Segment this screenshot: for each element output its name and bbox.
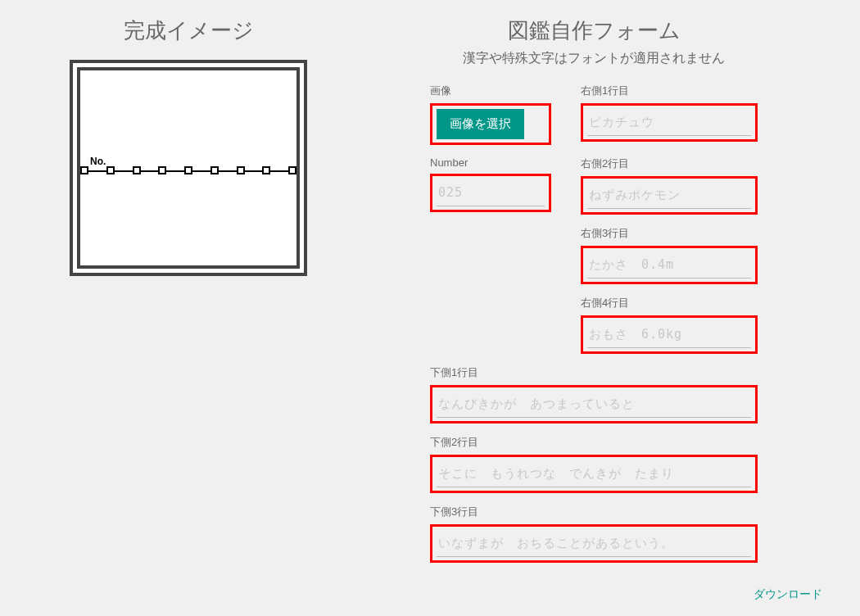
divider-square-icon (262, 166, 270, 174)
number-label: Number (430, 156, 551, 169)
divider-square-icon (288, 166, 296, 174)
right4-group: 右側4行目 (581, 296, 758, 354)
divider-square-icon (158, 166, 166, 174)
right2-input[interactable] (587, 182, 751, 209)
right2-group: 右側2行目 (581, 156, 758, 215)
divider-square-icon (133, 166, 141, 174)
form-area: 画像 画像を選択 右側1行目 Number 右側2行目 (430, 84, 758, 574)
bottom1-label: 下側1行目 (430, 365, 758, 380)
preview-square-row (80, 166, 296, 174)
right2-label: 右側2行目 (581, 156, 758, 171)
bottom3-group: 下側3行目 (430, 505, 758, 563)
highlight-wrap (581, 103, 758, 142)
right4-label: 右側4行目 (581, 296, 758, 310)
highlight-wrap (581, 176, 758, 215)
form-subtitle: 漢字や特殊文字はフォントが適用されません (463, 50, 725, 67)
download-link[interactable]: ダウンロード (754, 587, 822, 602)
divider-square-icon (184, 166, 192, 174)
right1-input[interactable] (587, 109, 751, 136)
highlight-wrap (581, 315, 758, 354)
highlight-wrap (581, 246, 758, 284)
right3-input[interactable] (587, 251, 751, 279)
number-group: Number (430, 156, 551, 215)
preview-inner-frame: No. (77, 67, 300, 269)
bottom2-label: 下側2行目 (430, 435, 758, 450)
image-label: 画像 (430, 84, 551, 98)
select-image-button[interactable]: 画像を選択 (437, 109, 524, 139)
divider-square-icon (80, 166, 88, 174)
preview-title: 完成イメージ (124, 16, 254, 45)
divider-square-icon (106, 166, 115, 174)
divider-square-icon (210, 166, 219, 174)
right3-label: 右側3行目 (581, 226, 758, 241)
right1-label: 右側1行目 (581, 84, 758, 98)
bottom3-label: 下側3行目 (430, 505, 758, 519)
bottom1-input[interactable] (437, 391, 751, 418)
highlight-wrap (430, 524, 758, 563)
preview-no-label: No. (90, 156, 106, 167)
preview-outer-frame: No. (70, 60, 307, 276)
bottom2-group: 下側2行目 (430, 435, 758, 493)
right3-group: 右側3行目 (581, 226, 758, 284)
highlight-wrap: 画像を選択 (430, 103, 551, 145)
preview-column: 完成イメージ No. (25, 16, 352, 600)
highlight-wrap (430, 455, 758, 493)
right1-group: 右側1行目 (581, 84, 758, 145)
form-column: 図鑑自作フォーム 漢字や特殊文字はフォントが適用されません 画像 画像を選択 右… (352, 16, 835, 600)
bottom2-input[interactable] (437, 460, 751, 487)
form-title: 図鑑自作フォーム (508, 16, 681, 45)
image-group: 画像 画像を選択 (430, 84, 551, 145)
bottom3-input[interactable] (437, 530, 751, 557)
bottom1-group: 下側1行目 (430, 365, 758, 424)
divider-square-icon (237, 166, 245, 174)
number-input[interactable] (437, 179, 545, 206)
highlight-wrap (430, 174, 551, 212)
highlight-wrap (430, 385, 758, 424)
right4-input[interactable] (587, 321, 751, 348)
